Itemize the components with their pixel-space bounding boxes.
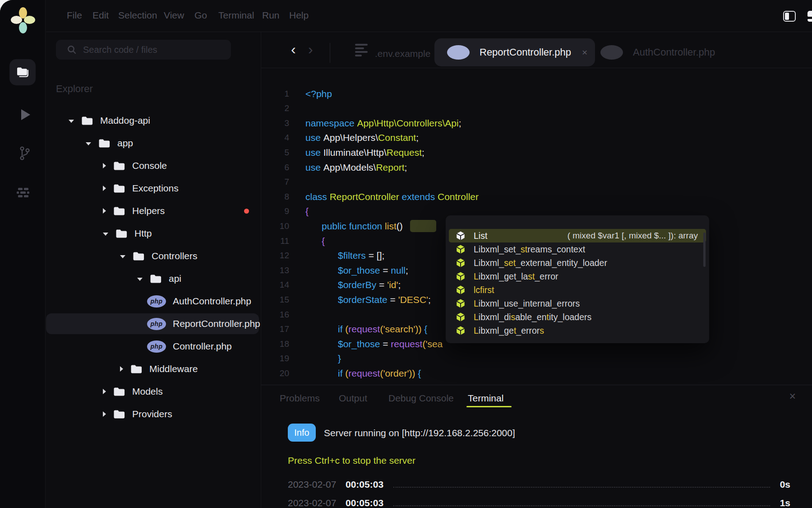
chevron-right-icon[interactable] xyxy=(103,186,106,191)
tree-folder-app[interactable]: app xyxy=(45,132,261,154)
code-text: $or_those = request('sea xyxy=(338,339,443,350)
line-number: 19 xyxy=(261,354,289,364)
code-line-5[interactable]: 5use Illuminate\Http\Request; xyxy=(261,145,812,160)
explorer-heading: Explorer xyxy=(56,83,93,95)
tree-folder-models[interactable]: Models xyxy=(45,380,261,403)
tree-folder-providers[interactable]: Providers xyxy=(45,403,261,425)
panel-tab-output[interactable]: Output xyxy=(339,393,367,404)
tab-reportcontroller[interactable]: ReportController.php × xyxy=(434,38,595,66)
tree-item-label: Exceptions xyxy=(132,183,179,194)
menu-item-go[interactable]: Go xyxy=(194,10,207,21)
chevron-down-icon[interactable] xyxy=(137,278,143,281)
chevron-right-icon[interactable] xyxy=(103,163,106,168)
code-line-6[interactable]: 6use App\Models\Report; xyxy=(261,160,812,175)
menu-item-help[interactable]: Help xyxy=(289,10,309,21)
nav-forward-icon[interactable]: › xyxy=(308,40,313,58)
tree-file-reportcontroller-php[interactable]: phpReportController.php xyxy=(45,312,261,335)
code-line-2[interactable]: 2 xyxy=(261,101,812,116)
popup-item-4[interactable]: lcfirst xyxy=(446,283,709,297)
tree-folder-maddog-api[interactable]: Maddog-api xyxy=(45,109,261,132)
folder-icon xyxy=(133,251,145,261)
nav-back-icon[interactable]: ‹ xyxy=(291,40,296,58)
menu-item-terminal[interactable]: Terminal xyxy=(218,10,254,21)
popup-scrollbar[interactable] xyxy=(703,233,706,267)
line-number: 3 xyxy=(261,118,289,128)
tree-item-label: Http xyxy=(134,228,152,239)
popup-item-2[interactable]: Libxml_set_external_entity_loader xyxy=(446,256,709,270)
code-line-3[interactable]: 3namespace App\Http\Controllers\Api; xyxy=(261,116,812,130)
tree-item-label: Controller.php xyxy=(173,341,232,352)
close-panel-icon[interactable]: × xyxy=(789,390,796,403)
chevron-down-icon[interactable] xyxy=(86,142,91,145)
chevron-down-icon[interactable] xyxy=(120,255,125,258)
tree-item-label: ReportController.php xyxy=(173,318,260,329)
tab-env-example[interactable]: .env.example xyxy=(375,48,430,59)
search-input[interactable] xyxy=(82,44,219,56)
tree-folder-helpers[interactable]: Helpers xyxy=(45,200,261,222)
popup-item-6[interactable]: Libxml_disable_entity_loaders xyxy=(446,310,709,324)
chevron-right-icon[interactable] xyxy=(103,208,106,214)
popup-item-1[interactable]: Libxml_set_streams_context xyxy=(446,242,709,256)
popup-item-7[interactable]: Libxml_get_errors xyxy=(446,324,709,337)
chevron-down-icon[interactable] xyxy=(103,233,108,236)
tree-folder-http[interactable]: Http xyxy=(45,222,261,245)
line-number: 1 xyxy=(261,89,289,99)
folder-icon xyxy=(113,161,125,171)
server-status-text: Server running on [http://192.168.2.256:… xyxy=(324,428,515,438)
chevron-right-icon[interactable] xyxy=(120,366,123,372)
log-leader-line xyxy=(393,481,770,488)
split-view-icon[interactable] xyxy=(783,11,796,22)
tree-file-controller-php[interactable]: phpController.php xyxy=(45,335,261,358)
code-text: <?php xyxy=(305,89,332,99)
tree-folder-console[interactable]: Console xyxy=(45,154,261,177)
code-line-7[interactable]: 7 xyxy=(261,175,812,190)
code-line-20[interactable]: 20if (request('order')) { xyxy=(261,366,812,381)
popup-item-3[interactable]: Libxml_get_last_error xyxy=(446,270,709,283)
menu-item-run[interactable]: Run xyxy=(262,10,280,21)
code-line-8[interactable]: 8class ReportController extends Controll… xyxy=(261,189,812,204)
cube-icon xyxy=(456,231,466,241)
code-line-1[interactable]: 1<?php xyxy=(261,86,812,101)
popup-item-label: Libxml_use_internal_errors xyxy=(474,298,580,309)
tree-file-authcontroller-php[interactable]: phpAuthController.php xyxy=(45,290,261,312)
folder-icon xyxy=(115,228,128,238)
files-view-button[interactable] xyxy=(9,59,36,85)
popup-item-0[interactable]: List( mixed $var1 [, mixed $... ]): arra… xyxy=(449,229,706,242)
popup-item-label: Libxml_disable_entity_loaders xyxy=(474,312,591,322)
panel-tab-debug-console[interactable]: Debug Console xyxy=(388,393,454,404)
cube-icon xyxy=(456,326,466,336)
run-icon[interactable] xyxy=(21,109,30,120)
log-date: 2023-02-07 xyxy=(288,498,341,508)
menu-item-view[interactable]: View xyxy=(164,10,184,21)
panel-tab-problems[interactable]: Problems xyxy=(280,393,320,404)
popup-item-5[interactable]: Libxml_use_internal_errors xyxy=(446,297,709,310)
apps-icon[interactable] xyxy=(15,188,31,199)
code-line-19[interactable]: 19} xyxy=(261,351,812,366)
cube-icon xyxy=(456,271,466,281)
menu-item-selection[interactable]: Selection xyxy=(118,10,157,21)
code-line-4[interactable]: 4use App\Helpers\Constant; xyxy=(261,130,812,145)
tree-folder-exceptions[interactable]: Exceptions xyxy=(45,177,261,200)
panel-layout-icon[interactable] xyxy=(807,11,812,22)
close-tab-icon[interactable]: × xyxy=(582,47,587,58)
tree-folder-middleware[interactable]: Middleware xyxy=(45,358,261,380)
tree-item-label: Maddog-api xyxy=(100,115,150,126)
chevron-right-icon[interactable] xyxy=(103,411,106,417)
tree-folder-api[interactable]: api xyxy=(45,267,261,290)
app-logo[interactable] xyxy=(11,7,35,33)
tab-authcontroller[interactable]: AuthController.php xyxy=(600,38,715,66)
tree-item-label: Helpers xyxy=(132,205,165,216)
bottom-panel: Problems Output Debug Console Terminal ×… xyxy=(261,385,812,508)
line-number: 9 xyxy=(261,206,289,216)
panel-tab-terminal[interactable]: Terminal xyxy=(468,393,503,404)
chevron-right-icon[interactable] xyxy=(103,389,106,394)
menu-item-edit[interactable]: Edit xyxy=(92,10,109,21)
git-branch-icon[interactable] xyxy=(19,146,31,161)
logo-petal xyxy=(19,22,27,33)
code-text: $orderState = 'DESC'; xyxy=(338,294,431,305)
menu-item-file[interactable]: File xyxy=(67,10,82,21)
chevron-down-icon[interactable] xyxy=(69,120,74,123)
tree-folder-controllers[interactable]: Controllers xyxy=(45,245,261,267)
search-box[interactable] xyxy=(56,40,231,60)
tab-label: ReportController.php xyxy=(480,47,571,58)
